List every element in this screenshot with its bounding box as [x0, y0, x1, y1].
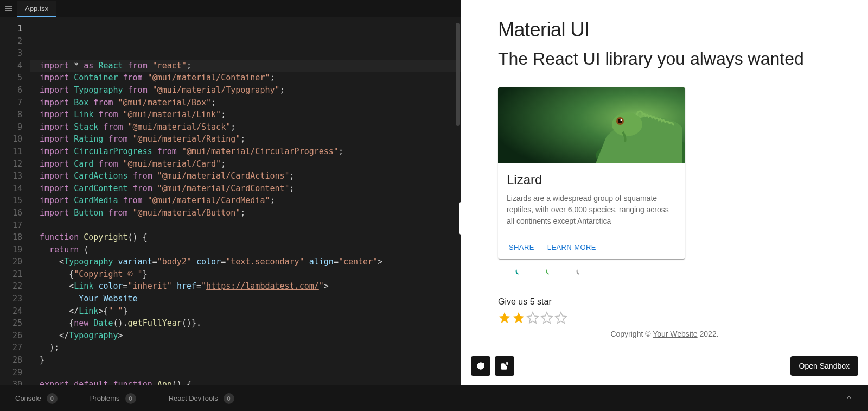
line-number: 10 [0, 133, 22, 146]
line-number: 21 [0, 268, 22, 281]
code-line[interactable]: return ( [30, 244, 461, 256]
code-line[interactable]: import Rating from "@mui/material/Rating… [30, 133, 461, 146]
rating-label: Give us 5 star [498, 297, 868, 307]
line-number: 11 [0, 146, 22, 158]
bottom-tab-react-devtools[interactable]: React DevTools0 [169, 393, 234, 404]
svg-point-10 [545, 266, 554, 275]
line-number: 5 [0, 72, 22, 84]
star-filled-icon[interactable] [498, 311, 511, 324]
star-filled-icon[interactable] [512, 311, 525, 324]
open-external-icon[interactable] [495, 356, 514, 376]
line-number: 25 [0, 317, 22, 330]
mui-card: Lizard Lizards are a widespread group of… [498, 87, 685, 259]
code-line[interactable]: import Container from "@mui/material/Con… [30, 72, 461, 84]
code-line[interactable]: {new Date().getFullYear()}. [30, 317, 461, 330]
line-number: 17 [0, 219, 22, 232]
code-line[interactable]: <Typography variant="body2" color="text.… [30, 256, 461, 268]
code-line[interactable]: import CardMedia from "@mui/material/Car… [30, 194, 461, 207]
code-line[interactable]: import Card from "@mui/material/Card"; [30, 158, 461, 170]
line-number: 19 [0, 244, 22, 256]
line-number: 29 [0, 366, 22, 379]
line-number: 13 [0, 170, 22, 182]
code-line[interactable] [30, 366, 461, 379]
line-number: 20 [0, 256, 22, 268]
bottom-panel-tabs: Console0Problems0React DevTools0 [0, 385, 868, 411]
code-line[interactable]: import Box from "@mui/material/Box"; [30, 97, 461, 109]
circular-progress [546, 267, 554, 275]
line-number: 9 [0, 121, 22, 134]
star-empty-icon[interactable] [554, 311, 567, 324]
card-description: Lizards are a widespread group of squama… [507, 193, 676, 227]
line-number: 23 [0, 293, 22, 305]
code-line[interactable]: function Copyright() { [30, 231, 461, 244]
code-line[interactable]: import CardContent from "@mui/material/C… [30, 182, 461, 195]
star-empty-icon[interactable] [540, 311, 553, 324]
bottom-tab-label: Console [15, 394, 41, 402]
count-badge: 0 [47, 393, 58, 404]
code-line[interactable]: import CircularProgress from "@mui/mater… [30, 146, 461, 158]
line-number: 24 [0, 305, 22, 318]
preview-title: Material UI [498, 18, 868, 41]
code-line[interactable]: <Link color="inherit" href="https://lamb… [30, 280, 461, 293]
copyright-link[interactable]: Your Website [653, 330, 698, 338]
line-number: 28 [0, 354, 22, 366]
code-line[interactable]: </Link>{" "} [30, 305, 461, 318]
circular-progress [576, 267, 585, 275]
line-number: 14 [0, 182, 22, 195]
code-line[interactable]: import CardActions from "@mui/material/C… [30, 170, 461, 182]
menu-icon[interactable] [0, 4, 17, 13]
chevron-up-icon[interactable] [845, 394, 853, 403]
code-line[interactable]: export default function App() { [30, 378, 461, 385]
scrollbar[interactable] [456, 23, 460, 126]
svg-point-11 [576, 266, 585, 275]
code-editor[interactable]: 1234567891011121314151617181920212223242… [0, 17, 461, 385]
card-title: Lizard [507, 172, 676, 187]
svg-point-5 [612, 112, 642, 136]
line-number: 6 [0, 84, 22, 97]
star-empty-icon[interactable] [526, 311, 539, 324]
code-line[interactable]: import Typography from "@mui/material/Ty… [30, 84, 461, 97]
code-line[interactable]: </Typography> [30, 330, 461, 342]
code-line[interactable]: import Button from "@mui/material/Button… [30, 207, 461, 219]
code-line[interactable]: import Stack from "@mui/material/Stack"; [30, 121, 461, 134]
code-line[interactable]: import * as React from "react"; [30, 60, 461, 72]
line-number: 4 [0, 60, 22, 72]
code-line[interactable]: import Link from "@mui/material/Link"; [30, 109, 461, 121]
line-number: 22 [0, 280, 22, 293]
code-line[interactable] [30, 219, 461, 232]
copyright-text: Copyright © Your Website 2022. [461, 330, 868, 338]
line-number: 30 [0, 378, 22, 385]
share-button[interactable]: SHARE [505, 240, 539, 255]
open-sandbox-button[interactable]: Open Sandbox [790, 356, 858, 376]
line-number: 3 [0, 47, 22, 60]
line-number: 26 [0, 330, 22, 342]
card-media-image [498, 87, 685, 163]
line-number: 1 [0, 23, 22, 35]
code-line[interactable]: Your Website [30, 293, 461, 305]
refresh-icon[interactable] [471, 356, 490, 376]
bottom-tab-problems[interactable]: Problems0 [90, 393, 136, 404]
line-number: 15 [0, 194, 22, 207]
line-number: 2 [0, 35, 22, 48]
circular-progress [515, 267, 524, 275]
code-line[interactable]: {"Copyright © "} [30, 268, 461, 281]
line-number: 18 [0, 231, 22, 244]
bottom-tab-console[interactable]: Console0 [15, 393, 58, 404]
count-badge: 0 [224, 393, 234, 404]
line-number: 8 [0, 109, 22, 121]
line-number: 7 [0, 97, 22, 109]
count-badge: 0 [125, 393, 136, 404]
line-number: 12 [0, 158, 22, 170]
learn-more-button[interactable]: LEARN MORE [543, 240, 601, 255]
line-gutter: 1234567891011121314151617181920212223242… [0, 17, 30, 385]
svg-point-8 [621, 119, 622, 121]
svg-point-9 [515, 266, 524, 275]
rating-stars[interactable] [498, 311, 868, 324]
bottom-tab-label: React DevTools [169, 394, 218, 402]
preview-subtitle: The React UI library you always wanted [498, 47, 824, 71]
code-line[interactable]: ); [30, 342, 461, 354]
line-number: 16 [0, 207, 22, 219]
bottom-tab-label: Problems [90, 394, 120, 402]
file-tab[interactable]: App.tsx [17, 1, 56, 17]
code-line[interactable]: } [30, 354, 461, 366]
